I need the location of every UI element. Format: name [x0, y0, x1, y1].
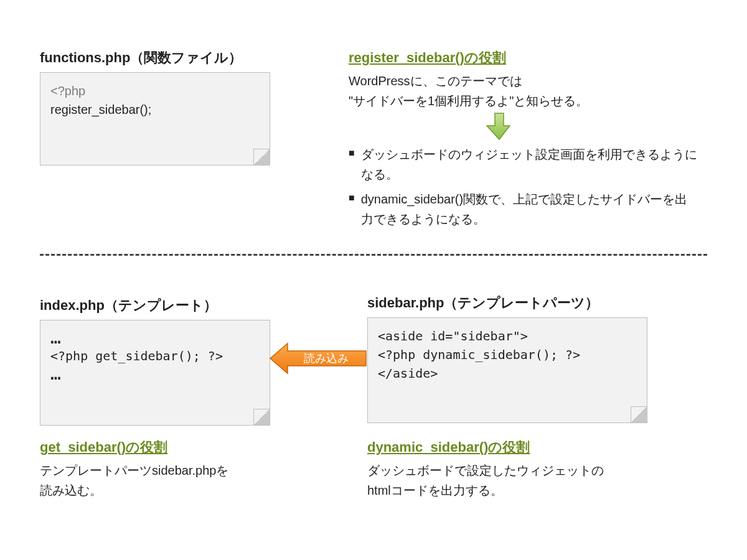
register-bullets: ■ ダッシュボードのウィジェット設定画面を利用できるようになる。 ■ dynam…: [349, 144, 697, 234]
index-code-line-2: <?php get_sidebar(); ?>: [50, 347, 260, 365]
functions-title: functions.php（関数ファイル）: [40, 49, 270, 67]
functions-block: functions.php（関数ファイル） <?php register_sid…: [40, 49, 270, 166]
index-code-line-3: …: [50, 365, 260, 383]
sidebar-code-line-1: <aside id="sidebar">: [378, 327, 637, 345]
dynamic-sidebar-desc: ダッシュボードで設定したウィジェットの htmlコードを出力する。: [367, 460, 666, 500]
square-bullet-icon: ■: [349, 189, 355, 229]
page-fold-icon: [253, 149, 270, 165]
register-desc-line-2: "サイドバーを1個利用するよ"と知らせる。: [349, 91, 697, 111]
sidebar-title: sidebar.php（テンプレートパーツ）: [367, 294, 647, 312]
dynamic-sidebar-title-link: dynamic_sidebar()の役割: [367, 438, 530, 457]
arrow-left-label: 読み込み: [304, 352, 349, 365]
page-fold-icon: [631, 406, 647, 422]
functions-code-line-1: <?php: [50, 82, 260, 100]
sidebar-code-line-2: <?php dynamic_sidebar(); ?>: [378, 345, 637, 364]
index-block: index.php（テンプレート） … <?php get_sidebar();…: [40, 296, 270, 426]
functions-code-line-2: register_sidebar();: [50, 100, 260, 119]
dynamic-sidebar-desc-line-1: ダッシュボードで設定したウィジェットの: [367, 460, 666, 480]
sidebar-block: sidebar.php（テンプレートパーツ） <aside id="sideba…: [367, 294, 647, 423]
functions-code-box: <?php register_sidebar();: [40, 72, 270, 166]
register-title-link: register_sidebar()の役割: [349, 49, 506, 67]
get-sidebar-title-link: get_sidebar()の役割: [40, 438, 167, 457]
dynamic-sidebar-desc-line-2: htmlコードを出力する。: [367, 480, 666, 500]
register-bullet: ■ ダッシュボードのウィジェット設定画面を利用できるようになる。: [349, 144, 697, 184]
get-sidebar-desc-line-1: テンプレートパーツsidebar.phpを: [40, 460, 308, 480]
register-bullet-text: ダッシュボードのウィジェット設定画面を利用できるようになる。: [361, 144, 697, 184]
register-desc-line-1: WordPressに、このテーマでは: [349, 71, 697, 91]
dynamic-sidebar-block: dynamic_sidebar()の役割 ダッシュボードで設定したウィジェットの…: [367, 438, 666, 500]
page-fold-icon: [253, 409, 270, 425]
sidebar-code-box: <aside id="sidebar"> <?php dynamic_sideb…: [367, 317, 647, 423]
get-sidebar-block: get_sidebar()の役割 テンプレートパーツsidebar.phpを 読…: [40, 438, 308, 500]
register-bullet-text: dynamic_sidebar()関数で、上記で設定したサイドバーを出力できるよ…: [361, 189, 697, 229]
arrow-down-icon: [486, 112, 513, 142]
get-sidebar-desc-line-2: 読み込む。: [40, 480, 308, 500]
index-code-line-1: …: [50, 329, 260, 347]
get-sidebar-desc: テンプレートパーツsidebar.phpを 読み込む。: [40, 460, 308, 500]
section-divider: [40, 254, 707, 256]
square-bullet-icon: ■: [349, 144, 355, 184]
index-code-box: … <?php get_sidebar(); ?> …: [40, 320, 270, 426]
register-bullet: ■ dynamic_sidebar()関数で、上記で設定したサイドバーを出力でき…: [349, 189, 697, 229]
register-block: register_sidebar()の役割 WordPressに、このテーマでは…: [349, 49, 697, 111]
register-desc: WordPressに、このテーマでは "サイドバーを1個利用するよ"と知らせる。: [349, 71, 697, 111]
sidebar-code-line-3: </aside>: [378, 364, 637, 383]
arrow-left-icon: 読み込み: [269, 341, 369, 376]
index-title: index.php（テンプレート）: [40, 296, 270, 315]
